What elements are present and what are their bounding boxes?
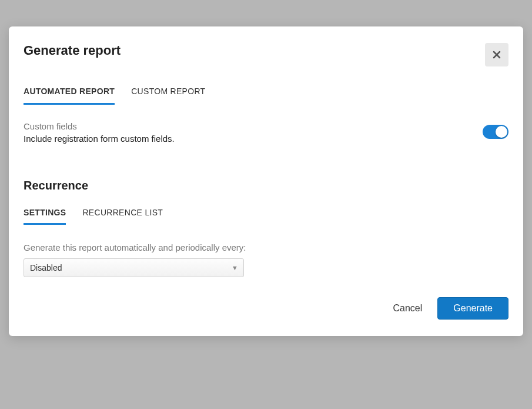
report-type-tabs: AUTOMATED REPORT CUSTOM REPORT [24,81,508,105]
recurrence-select-wrapper: Disabled ▼ [24,258,244,277]
modal-body: AUTOMATED REPORT CUSTOM REPORT Custom fi… [9,66,523,283]
custom-fields-text: Custom fields Include registration form … [24,121,483,144]
custom-fields-label: Custom fields [24,121,483,131]
custom-fields-desc: Include registration form custom fields. [24,134,483,144]
modal-footer: Cancel Generate [9,283,523,336]
recurrence-select-value: Disabled [30,263,62,272]
generate-button[interactable]: Generate [437,297,508,320]
cancel-button[interactable]: Cancel [390,298,424,318]
tab-recurrence-list[interactable]: RECURRENCE LIST [82,203,163,225]
close-icon [492,50,501,59]
recurrence-title: Recurrence [24,179,508,192]
generate-report-modal: Generate report AUTOMATED REPORT CUSTOM … [9,26,523,336]
modal-header: Generate report [9,26,523,66]
tab-automated-report[interactable]: AUTOMATED REPORT [24,81,115,105]
modal-title: Generate report [24,43,121,58]
custom-fields-toggle[interactable] [483,125,508,139]
recurrence-tabs: SETTINGS RECURRENCE LIST [24,203,508,225]
toggle-knob [496,126,507,138]
tab-settings[interactable]: SETTINGS [24,203,66,225]
close-button[interactable] [485,43,508,66]
recurrence-select[interactable]: Disabled [24,258,244,277]
recurrence-frequency-label: Generate this report automatically and p… [24,242,508,252]
tab-custom-report[interactable]: CUSTOM REPORT [131,81,205,105]
custom-fields-row: Custom fields Include registration form … [24,121,508,144]
